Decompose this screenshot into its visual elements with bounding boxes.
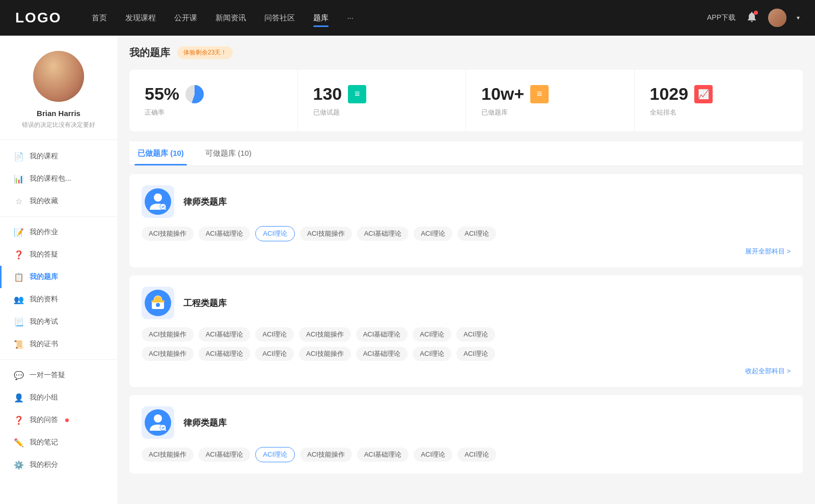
law2-tag-6[interactable]: ACI理论: [457, 447, 496, 462]
eng-tag2-0[interactable]: ACI技能操作: [142, 347, 194, 361]
tag-0[interactable]: ACI技能操作: [142, 227, 194, 241]
sidebar-item-label: 我的积分: [30, 460, 58, 469]
my-group-icon: 👤: [14, 393, 23, 402]
sidebar-item-label: 我的作业: [30, 228, 58, 237]
sidebar-item-label: 我的题库: [30, 272, 58, 282]
sidebar-item-certificate[interactable]: 📜 我的证书: [0, 333, 117, 355]
notification-dot: [754, 11, 758, 15]
stat-top: 1029 📈: [650, 84, 788, 104]
nav-links: 首页 发现课程 公开课 新闻资讯 问答社区 题库 ···: [92, 11, 707, 25]
eng-tag2-6[interactable]: ACI理论: [456, 347, 495, 361]
sidebar-item-label: 一对一答疑: [30, 371, 65, 380]
sidebar-item-notes[interactable]: ✏️ 我的笔记: [0, 431, 117, 454]
sidebar-item-label: 我的收藏: [30, 197, 58, 206]
law2-tag-4[interactable]: ACI基础理论: [357, 447, 409, 462]
eng-tag2-5[interactable]: ACI理论: [413, 347, 451, 361]
eng-tag2-3[interactable]: ACI技能操作: [299, 347, 351, 361]
tabs-row: 已做题库 (10) 可做题库 (10): [129, 142, 803, 166]
sidebar-item-my-group[interactable]: 👤 我的小组: [0, 386, 117, 409]
main-content: 我的题库 体验剩余23天！ 55% 正确率 130 ≡ 已做试题: [117, 36, 815, 504]
qbank-header: 律师类题库: [142, 185, 791, 218]
logo: LOGO: [15, 10, 61, 26]
certificate-icon: 📜: [14, 340, 23, 349]
sidebar-item-homework[interactable]: 📝 我的作业: [0, 221, 117, 243]
stat-rank: 1029 📈 全站排名: [635, 70, 803, 131]
tab-available-qbank[interactable]: 可做题库 (10): [202, 142, 255, 165]
eng-tag-3[interactable]: ACI技能操作: [299, 327, 351, 342]
tag-5[interactable]: ACI理论: [414, 227, 452, 241]
law2-tag-5[interactable]: ACI理论: [414, 447, 452, 462]
sidebar-item-my-exam[interactable]: 📃 我的考试: [0, 311, 117, 333]
qbank-tags-lawyer-1: ACI技能操作 ACI基础理论 ACI理论 ACI技能操作 ACI基础理论 AC…: [142, 226, 791, 241]
nav-qa[interactable]: 问答社区: [264, 11, 295, 25]
eng-tag-0[interactable]: ACI技能操作: [142, 327, 194, 342]
svg-point-1: [154, 193, 162, 202]
svg-point-6: [156, 303, 160, 307]
law2-tag-1[interactable]: ACI基础理论: [199, 447, 251, 462]
tab-done-qbank[interactable]: 已做题库 (10): [134, 142, 187, 165]
notification-bell[interactable]: [746, 11, 758, 25]
pie-chart-icon: [185, 85, 204, 103]
user-motto: 错误的决定比没有决定要好: [22, 121, 95, 129]
sidebar-item-my-data[interactable]: 👥 我的资料: [0, 288, 117, 311]
sidebar-item-points[interactable]: ⚙️ 我的积分: [0, 454, 117, 476]
sidebar-item-qbank[interactable]: 📋 我的题库: [0, 266, 117, 288]
tag-2-active[interactable]: ACI理论: [255, 226, 295, 241]
homework-icon: 📝: [14, 228, 23, 237]
law2-tag-3[interactable]: ACI技能操作: [300, 447, 352, 462]
stat-value-rank: 1029: [650, 84, 689, 104]
eng-tag-6[interactable]: ACI理论: [456, 327, 495, 342]
eng-tag2-4[interactable]: ACI基础理论: [356, 347, 408, 361]
sidebar-item-course-packages[interactable]: 📊 我的课程包...: [0, 167, 117, 190]
user-dropdown-arrow[interactable]: ▾: [797, 14, 800, 21]
separator-2: [0, 359, 117, 360]
tag-4[interactable]: ACI基础理论: [357, 227, 409, 241]
tag-1[interactable]: ACI基础理论: [199, 227, 251, 241]
app-download-link[interactable]: APP下载: [707, 13, 736, 22]
stat-label-rank: 全站排名: [650, 108, 788, 117]
qbank-header-engineer: 工程类题库: [142, 287, 791, 319]
eng-tag2-1[interactable]: ACI基础理论: [199, 347, 251, 361]
chart-red-icon: 📈: [694, 85, 713, 103]
tag-6[interactable]: ACI理论: [457, 227, 496, 241]
nav-qbank[interactable]: 题库: [313, 11, 329, 25]
nav-discover[interactable]: 发现课程: [125, 11, 156, 25]
qbank-tags-engineer-row2: ACI技能操作 ACI基础理论 ACI理论 ACI技能操作 ACI基础理论 AC…: [142, 347, 791, 361]
sidebar-item-one-on-one[interactable]: 💬 一对一答疑: [0, 364, 117, 386]
page-wrapper: Brian Harris 错误的决定比没有决定要好 📄 我的课程 📊 我的课程包…: [0, 36, 815, 504]
sidebar-item-my-qa[interactable]: ❓ 我的答疑: [0, 243, 117, 266]
nav-news[interactable]: 新闻资讯: [215, 11, 246, 25]
page-header: 我的题库 体验剩余23天！: [129, 46, 803, 60]
tag-3[interactable]: ACI技能操作: [300, 227, 352, 241]
svg-rect-5: [151, 300, 165, 302]
qbank-name-lawyer-1: 律师类题库: [183, 196, 227, 208]
nav-home[interactable]: 首页: [92, 11, 107, 25]
user-avatar-nav[interactable]: [768, 9, 786, 27]
avatar-image: [33, 51, 84, 102]
law2-tag-0[interactable]: ACI技能操作: [142, 447, 194, 462]
sidebar-item-my-answers[interactable]: ❓ 我的问答: [0, 409, 117, 431]
nav-more[interactable]: ···: [347, 11, 354, 25]
eng-tag-4[interactable]: ACI基础理论: [356, 327, 408, 342]
eng-tag2-2[interactable]: ACI理论: [255, 347, 294, 361]
collapse-link-engineer[interactable]: 收起全部科目 >: [745, 367, 791, 375]
file-teal-icon: ≡: [348, 85, 366, 103]
file-orange-icon: ≡: [530, 85, 549, 103]
stat-label-done: 已做试题: [313, 108, 451, 117]
expand-link-1[interactable]: 展开全部科目 >: [745, 247, 791, 255]
eng-tag-5[interactable]: ACI理论: [413, 327, 451, 342]
trial-badge: 体验剩余23天！: [177, 46, 233, 59]
law2-tag-2-active[interactable]: ACI理论: [255, 447, 295, 462]
sidebar-item-label: 我的答疑: [30, 250, 58, 259]
sidebar-item-my-courses[interactable]: 📄 我的课程: [0, 145, 117, 167]
sidebar-item-favorites[interactable]: ☆ 我的收藏: [0, 190, 117, 212]
lawyer2-icon-wrap: [142, 406, 174, 439]
qbank-card-engineer: 工程类题库 ACI技能操作 ACI基础理论 ACI理论 ACI技能操作 ACI基…: [129, 275, 803, 387]
nav-opencourse[interactable]: 公开课: [174, 11, 197, 25]
eng-tag-1[interactable]: ACI基础理论: [199, 327, 251, 342]
eng-tag-2[interactable]: ACI理论: [255, 327, 294, 342]
svg-point-8: [154, 414, 162, 423]
qbank-footer-engineer: 收起全部科目 >: [142, 366, 791, 376]
stat-correctness: 55% 正确率: [129, 70, 298, 131]
qbank-footer-1: 展开全部科目 >: [142, 246, 791, 256]
